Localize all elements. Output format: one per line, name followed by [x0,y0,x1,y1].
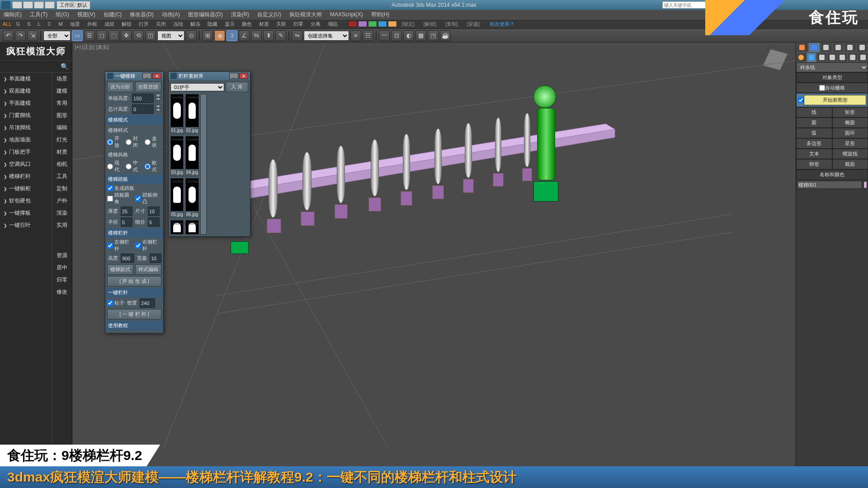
library-thumbnail[interactable]: 3dsMaxHB05.jpg [170,178,184,218]
object-type-header[interactable]: 对象类型 [796,72,868,83]
railing-header[interactable]: 楼梯栏杆 [105,228,163,238]
library-dialog[interactable]: 栏杆素材库 _ ✕ 01护手 入 库 3dsMaxHB01.jpg3dsMaxH… [168,71,250,237]
tag-item[interactable]: 资源 [52,249,72,262]
search-icon[interactable]: 🔍 [61,63,68,70]
left-rail-checkbox[interactable]: 左侧栏杆 [107,239,133,252]
shelf-bracket[interactable]: [锁定] [402,21,415,28]
menu-item[interactable]: 工具(T) [30,11,47,19]
set-step-button[interactable]: 设为台阶 [107,82,133,92]
category-item[interactable]: ❯地面墙面 [0,134,52,146]
snap-3-icon[interactable]: 3 [226,30,237,41]
tag-item[interactable]: 相机 [52,158,72,170]
shelf-item[interactable]: 塌陷 [328,21,338,28]
euro-radio[interactable]: 欧式 [145,160,161,173]
library-dialog-titlebar[interactable]: 栏杆素材库 _ ✕ [169,72,250,80]
shelf-letter[interactable]: G [16,21,20,27]
stair-style-button[interactable]: 楼梯款式 [107,264,133,275]
color-swatch[interactable] [378,21,387,27]
tag-item[interactable]: 编辑 [52,122,72,134]
shape-button[interactable]: 线 [796,107,832,117]
cameras-subtab[interactable] [827,52,837,62]
shelf-item[interactable]: 颜色 [242,21,252,28]
viewport-label[interactable]: [+] [正交] [真实] [75,44,109,51]
shelf-all[interactable]: ALL [3,21,12,27]
shape-button[interactable]: 矩形 [832,107,868,117]
shape-button[interactable]: 圆环 [832,128,868,138]
tag-item[interactable]: 图形 [52,109,72,122]
render-icon[interactable]: ☕ [440,30,451,41]
round-checkbox[interactable]: 踏板圆角 [107,192,133,205]
shape-button[interactable]: 卵形 [796,159,832,169]
utilities-tab[interactable] [856,42,868,52]
tag-item[interactable]: 材质 [52,146,72,158]
autogrid-checkbox[interactable]: 自动栅格 [796,83,868,93]
link-icon[interactable]: ⇲ [27,30,38,41]
create-type-dropdown[interactable]: 样条线 [796,62,868,72]
import-button[interactable]: 入 库 [226,82,248,92]
select-region-icon[interactable]: ◻ [96,30,107,41]
shape-button[interactable]: 截面 [832,159,868,169]
shape-button[interactable]: 弧 [796,128,832,138]
tag-item[interactable]: 实用 [52,219,72,231]
start-shape-checkbox[interactable]: 开始新图形 [796,93,868,107]
category-item[interactable]: ❯门窗脚线 [0,109,52,122]
redo-button[interactable] [23,1,33,9]
helpers-subtab[interactable] [837,52,848,62]
menu-item[interactable]: 图形编辑器(D) [188,11,223,19]
tag-item[interactable]: 户外 [52,195,72,207]
library-thumbnail[interactable]: 3dsMaxHB06.jpg [185,178,198,218]
schematic-icon[interactable]: ⊡ [391,30,402,41]
shelf-item[interactable]: 解冻 [190,21,200,28]
right-rail-checkbox[interactable]: 右侧栏杆 [135,239,161,252]
curve-editor-icon[interactable]: 〰 [379,30,390,41]
spacewarps-subtab[interactable] [848,52,858,62]
category-item[interactable]: ❯双面建模 [0,85,52,97]
shelf-letter[interactable]: C [48,21,52,27]
material-icon[interactable]: ◐ [403,30,414,41]
shape-button[interactable]: 星形 [832,138,868,149]
snap-2d-icon[interactable]: ⊞ [202,30,213,41]
tag-item[interactable]: 归零 [52,274,72,286]
shape-button[interactable]: 椭圆 [832,117,868,128]
stair-dialog-titlebar[interactable]: 一键楼梯 _ ✕ [105,72,163,80]
category-item[interactable]: ❯单面建模 [0,73,52,85]
library-thumbnail[interactable]: 3dsMaxHB01.jpg [170,94,184,134]
library-thumbnail[interactable]: 3dsMaxHB02.jpg [185,94,198,134]
tag-item[interactable] [52,231,72,249]
systems-subtab[interactable] [858,52,868,62]
shelf-item[interactable]: 显示 [225,21,235,28]
shelf-item[interactable]: 解组 [122,21,132,28]
size-input[interactable] [148,206,160,216]
thickness-input[interactable] [121,206,132,216]
display-tab[interactable] [844,42,856,52]
tag-item[interactable]: 渲染 [52,207,72,219]
create-tab[interactable] [796,42,808,52]
chinese-radio[interactable]: 中式 [126,160,142,173]
minimize-button[interactable]: _ [142,73,151,79]
filter-dropdown[interactable]: 全部 [43,31,71,41]
project-button[interactable] [45,1,55,9]
rotate-icon[interactable]: ⟲ [133,30,144,41]
link-button[interactable] [34,1,44,9]
category-item[interactable]: ❯吊顶脚线 [0,122,52,134]
shelf-item[interactable]: 外框 [87,21,97,28]
window-crossing-icon[interactable]: ⬚ [108,30,119,41]
tutorial-header[interactable]: 使用教程 [105,321,163,330]
shape-button[interactable]: 螺旋线 [832,149,868,159]
color-swatch[interactable] [358,21,367,27]
redo-icon[interactable]: ↷ [15,30,26,41]
menu-item[interactable]: 修改器(D) [130,11,154,19]
shelf-letter[interactable]: M [59,21,63,27]
workspace-label[interactable]: 工作区: 默认 [57,1,90,9]
tag-item[interactable]: 修改 [52,286,72,298]
object-color-swatch[interactable] [863,181,867,188]
shelf-letter[interactable]: S [27,21,30,27]
pick-first-button[interactable]: 拾取首级 [135,82,161,92]
shelf-item[interactable]: 打开 [139,21,149,28]
radius-input[interactable] [121,217,132,227]
close-button[interactable]: ✕ [239,73,248,79]
category-item[interactable]: ❯空调风口 [0,158,52,170]
category-item[interactable]: ❯一键撑板 [0,207,52,219]
color-swatch[interactable] [368,21,377,27]
stair-dialog[interactable]: 一键楼梯 _ ✕ 设为台阶 拾取首级 单级高度: ▲▼ 总计高度: ▲▼ 楼梯模… [105,71,164,333]
